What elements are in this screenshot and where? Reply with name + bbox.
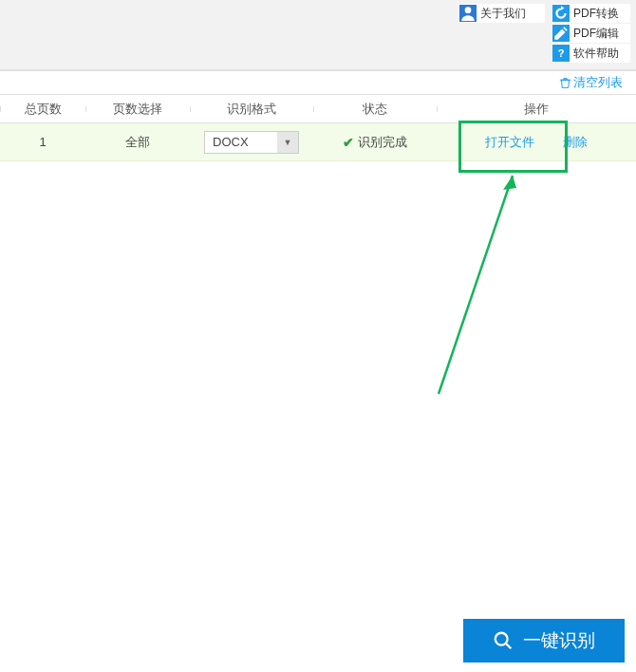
about-us-button[interactable]: 关于我们 [459, 4, 545, 23]
cell-page-select[interactable]: 全部 [85, 134, 190, 151]
refresh-icon [552, 5, 570, 22]
software-help-label: 软件帮助 [573, 46, 619, 62]
svg-point-0 [465, 7, 472, 13]
search-icon [493, 630, 514, 651]
pdf-edit-button[interactable]: PDF编辑 [552, 24, 630, 43]
one-click-recognize-button[interactable]: 一键识别 [463, 619, 625, 663]
chevron-down-icon: ▼ [277, 132, 298, 153]
recognize-label: 一键识别 [523, 628, 595, 653]
cell-format: DOCX ▼ [190, 131, 313, 154]
edit-icon [552, 25, 570, 42]
open-file-link[interactable]: 打开文件 [485, 134, 534, 151]
svg-line-1 [439, 176, 513, 394]
help-icon: ? [552, 45, 570, 62]
status-text: 识别完成 [358, 134, 407, 151]
pdf-edit-label: PDF编辑 [573, 26, 619, 42]
top-buttons: 关于我们 PDF转换 PDF编辑 ? 软件帮助 [459, 4, 630, 63]
check-icon: ✔ [343, 135, 354, 150]
clear-list-label: 清空列表 [573, 74, 623, 91]
header-page-select: 页数选择 [85, 101, 190, 118]
trash-icon [559, 77, 571, 89]
format-select-value: DOCX [213, 135, 249, 149]
table-row: 1 全部 DOCX ▼ ✔ 识别完成 打开文件 删除 [0, 123, 636, 161]
person-icon [459, 5, 477, 22]
svg-point-3 [496, 633, 508, 645]
software-help-button[interactable]: ? 软件帮助 [552, 44, 630, 63]
delete-link[interactable]: 删除 [563, 134, 588, 151]
header-operation: 操作 [437, 101, 636, 118]
pdf-convert-button[interactable]: PDF转换 [552, 4, 630, 23]
top-right-col: PDF转换 PDF编辑 ? 软件帮助 [552, 4, 630, 63]
cell-total-pages: 1 [0, 135, 85, 149]
svg-marker-2 [503, 176, 516, 190]
header-total-pages: 总页数 [0, 101, 85, 118]
cell-status: ✔ 识别完成 [313, 134, 437, 151]
header-format: 识别格式 [190, 101, 313, 118]
clear-list-link[interactable]: 清空列表 [559, 74, 623, 91]
format-select[interactable]: DOCX ▼ [204, 131, 299, 154]
about-us-label: 关于我们 [480, 6, 526, 22]
top-toolbar-area: 关于我们 PDF转换 PDF编辑 ? 软件帮助 [0, 0, 636, 70]
pdf-convert-label: PDF转换 [573, 6, 619, 22]
clear-bar: 清空列表 [0, 70, 636, 95]
cell-operation: 打开文件 删除 [437, 134, 636, 151]
header-status: 状态 [313, 101, 437, 118]
table-header: 总页数 页数选择 识别格式 状态 操作 [0, 95, 636, 123]
svg-line-4 [506, 644, 512, 649]
top-left-col: 关于我们 [459, 4, 545, 23]
